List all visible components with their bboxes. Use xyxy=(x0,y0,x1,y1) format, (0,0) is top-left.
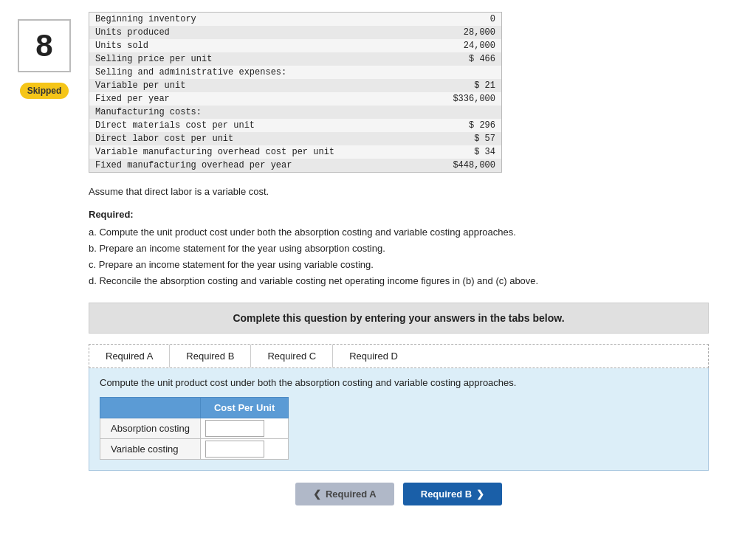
table-value-cell: $ 296 xyxy=(416,119,501,132)
prev-button[interactable]: ❮ Required A xyxy=(295,483,394,505)
cost-table: Cost Per Unit Absorption costingVariable… xyxy=(100,397,289,460)
tab-description: Compute the unit product cost under both… xyxy=(100,377,698,388)
prev-button-label: Required A xyxy=(326,489,377,500)
cost-row-input-cell[interactable] xyxy=(200,439,288,460)
table-value-cell: $448,000 xyxy=(416,159,501,173)
table-label-cell: Direct labor cost per unit xyxy=(89,132,416,145)
table-label-cell: Manufacturing costs: xyxy=(89,106,416,119)
tabs-row: Required ARequired BRequired CRequired D xyxy=(89,344,709,368)
required-list: a. Compute the unit product cost under b… xyxy=(89,224,741,289)
cost-row-input[interactable] xyxy=(205,441,264,458)
table-value-cell: $336,000 xyxy=(416,92,501,106)
bottom-nav: ❮ Required A Required B ❯ xyxy=(89,483,709,505)
table-label-cell: Units produced xyxy=(89,26,416,39)
table-label-cell: Variable per unit xyxy=(89,79,416,92)
required-item: d. Reconcile the absorption costing and … xyxy=(89,273,741,289)
tab-required-a[interactable]: Required A xyxy=(89,345,170,367)
table-label-cell: Fixed manufacturing overhead per year xyxy=(89,159,416,173)
table-value-cell: $ 34 xyxy=(416,145,501,159)
next-chevron-icon: ❯ xyxy=(476,489,484,500)
table-label-cell: Beginning inventory xyxy=(89,13,416,27)
table-value-cell: $ 21 xyxy=(416,79,501,92)
table-value-cell: 24,000 xyxy=(416,39,501,52)
table-value-cell: 28,000 xyxy=(416,26,501,39)
table-value-cell: 0 xyxy=(416,13,501,27)
required-item: a. Compute the unit product cost under b… xyxy=(89,224,741,241)
next-button[interactable]: Required B ❯ xyxy=(403,483,502,505)
cost-table-header: Cost Per Unit xyxy=(200,398,288,418)
table-label-cell: Direct materials cost per unit xyxy=(89,119,416,132)
data-table: Beginning inventory0Units produced28,000… xyxy=(89,12,502,173)
status-badge: Skipped xyxy=(20,83,69,99)
table-value-cell: $ 466 xyxy=(416,52,501,66)
question-number: 8 xyxy=(18,19,71,72)
table-value-cell xyxy=(416,66,501,79)
cost-row-label: Variable costing xyxy=(100,439,201,460)
cost-row-input-cell[interactable] xyxy=(200,418,288,439)
table-label-cell: Selling price per unit xyxy=(89,52,416,66)
table-value-cell xyxy=(416,106,501,119)
table-label-cell: Units sold xyxy=(89,39,416,52)
prev-chevron-icon: ❮ xyxy=(313,489,321,500)
required-item: c. Prepare an income statement for the y… xyxy=(89,257,741,273)
cost-table-empty-header xyxy=(100,398,201,418)
next-button-label: Required B xyxy=(421,489,472,500)
required-item: b. Prepare an income statement for the y… xyxy=(89,241,741,257)
table-label-cell: Selling and administrative expenses: xyxy=(89,66,416,79)
tab-required-d[interactable]: Required D xyxy=(333,345,414,367)
required-heading: Required: xyxy=(89,209,741,220)
cost-row-input[interactable] xyxy=(205,420,264,437)
table-label-cell: Variable manufacturing overhead cost per… xyxy=(89,145,416,159)
complete-box: Complete this question by entering your … xyxy=(89,303,709,334)
assumption-text: Assume that direct labor is a variable c… xyxy=(89,186,741,197)
table-label-cell: Fixed per year xyxy=(89,92,416,106)
cost-row-label: Absorption costing xyxy=(100,418,201,439)
tab-required-b[interactable]: Required B xyxy=(170,345,251,367)
table-value-cell: $ 57 xyxy=(416,132,501,145)
tab-required-c[interactable]: Required C xyxy=(251,345,333,367)
tab-content-area: Compute the unit product cost under both… xyxy=(89,368,709,471)
